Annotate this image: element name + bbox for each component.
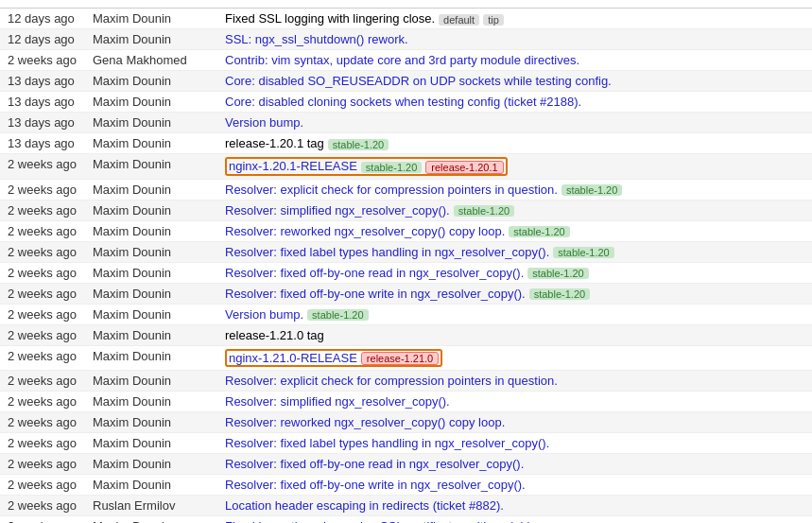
cell-description[interactable]: Core: disabled SO_REUSEADDR on UDP socke…	[217, 71, 812, 92]
table-row: 2 weeks agoMaxim DouninResolver: fixed o…	[0, 283, 812, 304]
desc-text[interactable]: Resolver: fixed off-by-one write in ngx_…	[225, 287, 526, 301]
cell-author: Maxim Dounin	[85, 262, 217, 283]
cell-description[interactable]: Resolver: reworked ngx_resolver_copy() c…	[217, 220, 812, 241]
cell-description[interactable]: Resolver: simplified ngx_resolver_copy()…	[217, 200, 812, 220]
cell-age: 2 weeks ago	[0, 304, 85, 324]
cell-author: Maxim Dounin	[85, 179, 217, 200]
cell-description[interactable]: Resolver: fixed label types handling in …	[217, 433, 812, 454]
tag-badge: stable-1.20	[361, 162, 422, 173]
table-row: 2 weeks agoRuslan ErmilovLocation header…	[0, 496, 812, 516]
header-age	[0, 0, 85, 9]
cell-age: 2 weeks ago	[0, 475, 85, 496]
desc-text[interactable]: Fixed log action when using SSL certific…	[225, 519, 546, 523]
desc-text: Fixed SSL logging with lingering close.	[225, 11, 435, 26]
desc-text[interactable]: Resolver: reworked ngx_resolver_copy() c…	[225, 415, 505, 429]
desc-text[interactable]: nginx-1.21.0-RELEASE	[229, 351, 357, 365]
desc-text[interactable]: SSL: ngx_ssl_shutdown() rework.	[225, 32, 408, 46]
desc-text[interactable]: Version bump.	[225, 115, 303, 130]
commits-table: 12 days agoMaxim DouninFixed SSL logging…	[0, 0, 812, 523]
cell-description[interactable]: Location header escaping in redirects (t…	[217, 496, 812, 516]
cell-description[interactable]: Resolver: fixed off-by-one read in ngx_r…	[217, 262, 812, 283]
desc-text[interactable]: Resolver: explicit check for compression…	[225, 374, 558, 388]
desc-text[interactable]: Resolver: simplified ngx_resolver_copy()…	[225, 203, 450, 218]
cell-description[interactable]: Resolver: fixed off-by-one read in ngx_r…	[217, 454, 812, 475]
cell-description[interactable]: Resolver: fixed off-by-one write in ngx_…	[217, 475, 812, 496]
cell-age: 2 weeks ago	[0, 392, 85, 412]
cell-author: Maxim Dounin	[85, 454, 217, 475]
table-row: 2 weeks agoMaxim DouninVersion bump.stab…	[0, 304, 812, 324]
cell-age: 2 weeks ago	[0, 324, 85, 345]
tag-badge: stable-1.20	[529, 288, 590, 300]
cell-description[interactable]: Resolver: reworked ngx_resolver_copy() c…	[217, 412, 812, 433]
desc-text[interactable]: Version bump.	[225, 307, 303, 322]
cell-age: 13 days ago	[0, 92, 85, 113]
desc-text[interactable]: Resolver: reworked ngx_resolver_copy() c…	[225, 224, 505, 238]
desc-text[interactable]: Contrib: vim syntax, update core and 3rd…	[225, 53, 579, 67]
table-row: 2 weeks agoMaxim DouninResolver: fixed l…	[0, 433, 812, 454]
cell-author: Maxim Dounin	[85, 200, 217, 220]
cell-author: Maxim Dounin	[85, 154, 217, 180]
cell-description[interactable]: Resolver: explicit check for compression…	[217, 371, 812, 392]
cell-author: Maxim Dounin	[85, 29, 217, 50]
cell-age: 2 weeks ago	[0, 241, 85, 262]
table-row: 2 weeks agoMaxim Douninnginx-1.20.1-RELE…	[0, 154, 812, 180]
table-row: 2 weeks agoMaxim Douninnginx-1.21.0-RELE…	[0, 345, 812, 371]
outlined-tag: nginx-1.21.0-RELEASErelease-1.21.0	[225, 349, 442, 368]
desc-text: release-1.21.0 tag	[225, 328, 324, 342]
cell-age: 2 weeks ago	[0, 371, 85, 392]
cell-age: 2 weeks ago	[0, 345, 85, 371]
desc-text[interactable]: Resolver: fixed off-by-one write in ngx_…	[225, 478, 526, 492]
desc-text[interactable]: Location header escaping in redirects (t…	[225, 498, 504, 513]
desc-text[interactable]: Core: disabled SO_REUSEADDR on UDP socke…	[225, 74, 612, 88]
cell-description[interactable]: Core: disabled cloning sockets when test…	[217, 92, 812, 113]
cell-author: Maxim Dounin	[85, 9, 217, 29]
header-author	[85, 0, 217, 9]
cell-age: 2 weeks ago	[0, 200, 85, 220]
cell-age: 2 weeks ago	[0, 283, 85, 304]
table-row: 2 weeks agoGena MakhomedContrib: vim syn…	[0, 50, 812, 71]
cell-age: 2 weeks ago	[0, 154, 85, 180]
cell-author: Maxim Dounin	[85, 433, 217, 454]
desc-text[interactable]: Core: disabled cloning sockets when test…	[225, 95, 581, 109]
desc-text[interactable]: nginx-1.20.1-RELEASE	[229, 159, 357, 173]
table-row: 2 weeks agoMaxim DouninResolver: simplif…	[0, 200, 812, 220]
tag-badge: release-1.20.1	[425, 161, 503, 174]
cell-author: Maxim Dounin	[85, 345, 217, 371]
cell-description[interactable]: SSL: ngx_ssl_shutdown() rework.	[217, 29, 812, 50]
cell-description[interactable]: Resolver: simplified ngx_resolver_copy()…	[217, 392, 812, 412]
desc-text[interactable]: Resolver: explicit check for compression…	[225, 183, 558, 197]
table-row: 13 days agoMaxim DouninCore: disabled cl…	[0, 92, 812, 113]
cell-age: 2 weeks ago	[0, 433, 85, 454]
cell-description[interactable]: Resolver: explicit check for compression…	[217, 179, 812, 200]
tag-badge: stable-1.20	[553, 247, 613, 258]
cell-author: Maxim Dounin	[85, 516, 217, 523]
desc-text[interactable]: Resolver: fixed off-by-one read in ngx_r…	[225, 457, 524, 471]
table-row: 2 weeks agoMaxim DouninResolver: explici…	[0, 179, 812, 200]
cell-description[interactable]: Version bump.stable-1.20	[217, 304, 812, 324]
cell-description[interactable]: Contrib: vim syntax, update core and 3rd…	[217, 50, 812, 71]
table-row: 2 weeks agoMaxim DouninResolver: reworke…	[0, 220, 812, 241]
cell-author: Maxim Dounin	[85, 241, 217, 262]
desc-text[interactable]: Resolver: fixed label types handling in …	[225, 436, 549, 450]
cell-description[interactable]: Fixed log action when using SSL certific…	[217, 516, 812, 523]
tag-badge: stable-1.20	[454, 205, 514, 217]
cell-description[interactable]: nginx-1.21.0-RELEASErelease-1.21.0	[217, 345, 812, 371]
cell-description[interactable]: nginx-1.20.1-RELEASEstable-1.20release-1…	[217, 154, 812, 180]
table-row: 2 weeks agoMaxim DouninResolver: fixed o…	[0, 262, 812, 283]
cell-description[interactable]: Resolver: fixed off-by-one write in ngx_…	[217, 283, 812, 304]
cell-description: release-1.20.1 tagstable-1.20	[217, 133, 812, 154]
cell-age: 2 weeks ago	[0, 516, 85, 523]
table-row: 12 days agoMaxim DouninFixed SSL logging…	[0, 9, 812, 29]
table-row: 2 weeks agoMaxim DouninResolver: simplif…	[0, 392, 812, 412]
desc-text[interactable]: Resolver: simplified ngx_resolver_copy()…	[225, 394, 450, 409]
cell-age: 13 days ago	[0, 113, 85, 133]
cell-age: 13 days ago	[0, 71, 85, 92]
cell-author: Maxim Dounin	[85, 475, 217, 496]
cell-description[interactable]: Version bump.	[217, 113, 812, 133]
header-description	[217, 0, 812, 9]
desc-text[interactable]: Resolver: fixed off-by-one read in ngx_r…	[225, 266, 524, 280]
desc-text[interactable]: Resolver: fixed label types handling in …	[225, 245, 549, 259]
cell-age: 2 weeks ago	[0, 412, 85, 433]
tag-badge: release-1.21.0	[361, 352, 439, 365]
cell-description[interactable]: Resolver: fixed label types handling in …	[217, 241, 812, 262]
